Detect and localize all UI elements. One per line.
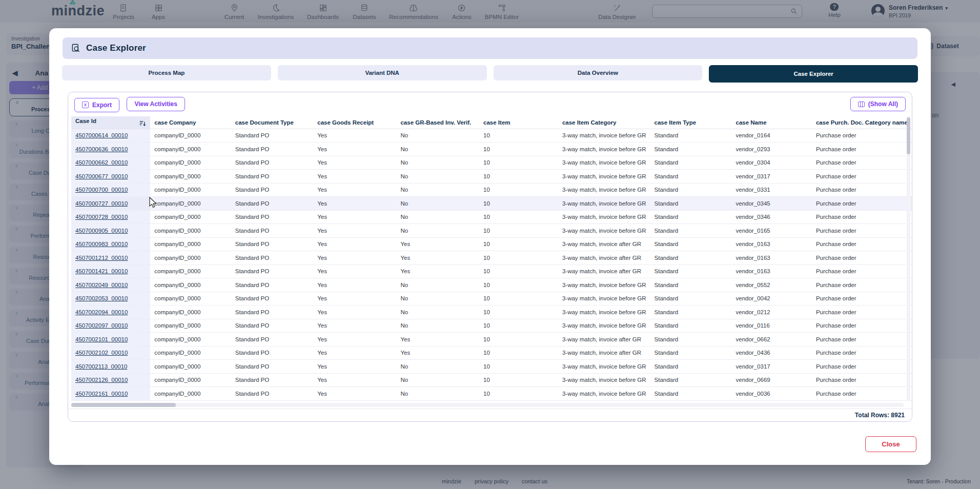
column-header[interactable]: case Document Type (231, 116, 314, 129)
case-id-link[interactable]: 4507002094_00010 (75, 309, 128, 315)
cell: Standard PO (231, 373, 314, 387)
cell: Standard PO (231, 183, 314, 197)
sort-filter-icon[interactable] (139, 120, 146, 127)
table-row[interactable]: 4507002094_00010companyID_0000Standard P… (71, 305, 912, 319)
case-explorer-icon (71, 43, 81, 53)
case-id-link[interactable]: 4507000905_00010 (75, 228, 128, 234)
column-header[interactable]: case Name (732, 116, 812, 129)
cell: Yes (313, 387, 396, 401)
cell: Standard PO (231, 278, 314, 292)
export-button[interactable]: x Export (74, 98, 119, 112)
tab-variant-dna[interactable]: Variant DNA (278, 65, 487, 80)
close-button[interactable]: Close (865, 436, 916, 452)
cell: companyID_0000 (150, 373, 231, 387)
vertical-scrollbar[interactable] (907, 116, 910, 401)
case-id-link[interactable]: 4507001212_00010 (75, 255, 128, 261)
cell: Standard (650, 387, 732, 401)
cell: Yes (396, 346, 479, 360)
case-id-link[interactable]: 4507000614_00010 (75, 132, 128, 138)
cell: vendor_0317 (732, 170, 812, 184)
view-activities-button[interactable]: View Activities (127, 97, 185, 111)
table-row[interactable]: 4507000636_00010companyID_0000Standard P… (71, 142, 912, 156)
tab-case-explorer[interactable]: Case Explorer (709, 65, 918, 83)
table-row[interactable]: 4507000983_00010companyID_0000Standard P… (71, 237, 912, 251)
cell: companyID_0000 (150, 278, 231, 292)
cell: Yes (313, 360, 396, 374)
cell: 4507002161_00010 (71, 387, 150, 401)
cell: 4507002101_00010 (71, 333, 150, 347)
table-row[interactable]: 4507002161_00010companyID_0000Standard P… (71, 387, 912, 401)
cell: vendor_0163 (732, 251, 812, 265)
case-id-link[interactable]: 4507000728_00010 (75, 214, 128, 220)
case-id-link[interactable]: 4507002161_00010 (75, 391, 128, 397)
table-row[interactable]: 4507002126_00010companyID_0000Standard P… (71, 373, 912, 387)
horizontal-scrollbar[interactable] (71, 403, 904, 407)
case-explorer-modal: Case Explorer Process MapVariant DNAData… (49, 28, 931, 465)
cell: 10 (479, 319, 558, 333)
cell: Purchase order (812, 387, 912, 401)
tab-process-map[interactable]: Process Map (62, 65, 271, 80)
cell: 10 (479, 183, 558, 197)
cell: companyID_0000 (150, 346, 231, 360)
case-id-link[interactable]: 4507001421_00010 (75, 268, 128, 274)
table-row[interactable]: 4507000614_00010companyID_0000Standard P… (71, 129, 912, 142)
table-row[interactable]: 4507002097_00010companyID_0000Standard P… (71, 319, 912, 333)
cell: vendor_0669 (732, 373, 812, 387)
cell: Purchase order (812, 333, 912, 347)
cell: 10 (479, 237, 558, 251)
case-id-link[interactable]: 4507002102_00010 (75, 350, 128, 356)
case-id-link[interactable]: 4507000662_00010 (75, 159, 128, 166)
table-row[interactable]: 4507002101_00010companyID_0000Standard P… (71, 333, 912, 347)
table-toolbar: x Export View Activities (Show All) (74, 97, 906, 112)
cell: Standard (650, 292, 732, 305)
column-header[interactable]: case Item Type (650, 116, 732, 129)
case-id-link[interactable]: 4507000636_00010 (75, 146, 128, 152)
column-header[interactable]: case Item Category (558, 116, 650, 129)
columns-icon (858, 101, 865, 107)
cell: Standard (650, 251, 732, 265)
cell: Standard PO (231, 292, 314, 305)
table-row[interactable]: 4507000728_00010companyID_0000Standard P… (71, 210, 912, 224)
case-id-link[interactable]: 4507000727_00010 (75, 200, 128, 207)
cell: 3-way match, invoice after GR (558, 333, 650, 347)
cell: companyID_0000 (150, 333, 231, 347)
case-id-link[interactable]: 4507002053_00010 (75, 295, 128, 301)
case-id-link[interactable]: 4507000677_00010 (75, 173, 128, 179)
excel-icon: x (82, 101, 89, 108)
cell: Purchase order (812, 224, 912, 238)
case-id-link[interactable]: 4507002049_00010 (75, 282, 128, 288)
show-all-button[interactable]: (Show All) (850, 97, 906, 111)
table-row[interactable]: 4507001212_00010companyID_0000Standard P… (71, 251, 912, 265)
table-row[interactable]: 4507000905_00010companyID_0000Standard P… (71, 224, 912, 238)
table-row[interactable]: 4507000700_00010companyID_0000Standard P… (71, 183, 912, 197)
cell: No (396, 224, 479, 238)
table-row[interactable]: 4507002049_00010companyID_0000Standard P… (71, 278, 912, 292)
table-row[interactable]: 4507002113_00010companyID_0000Standard P… (71, 360, 912, 374)
column-header[interactable]: case Company (150, 116, 231, 129)
horizontal-scrollbar-thumb[interactable] (71, 403, 176, 407)
cell: 3-way match, invoice before GR (558, 156, 650, 170)
table-row[interactable]: 4507002053_00010companyID_0000Standard P… (71, 292, 912, 305)
column-header[interactable]: case Item (479, 116, 558, 129)
cell: 3-way match, invoice after GR (558, 346, 650, 360)
cell: No (396, 278, 479, 292)
table-row[interactable]: 4507000727_00010companyID_0000Standard P… (71, 197, 912, 211)
case-id-link[interactable]: 4507002097_00010 (75, 322, 128, 329)
table-row[interactable]: 4507001421_00010companyID_0000Standard P… (71, 264, 912, 278)
case-id-link[interactable]: 4507002101_00010 (75, 336, 128, 342)
vertical-scrollbar-thumb[interactable] (907, 117, 910, 154)
case-id-link[interactable]: 4507002126_00010 (75, 377, 128, 383)
case-id-link[interactable]: 4507002113_00010 (75, 363, 127, 370)
column-header[interactable]: case Purch. Doc. Category name (812, 116, 912, 129)
cell: 4507000727_00010 (71, 197, 150, 211)
tab-data-overview[interactable]: Data Overview (494, 65, 703, 80)
column-header[interactable]: Case Id (71, 116, 150, 129)
cell: Standard PO (231, 264, 314, 278)
column-header[interactable]: case Goods Receipt (313, 116, 396, 129)
table-row[interactable]: 4507002102_00010companyID_0000Standard P… (71, 346, 912, 360)
table-row[interactable]: 4507000662_00010companyID_0000Standard P… (71, 156, 912, 170)
table-row[interactable]: 4507000677_00010companyID_0000Standard P… (71, 170, 912, 184)
case-id-link[interactable]: 4507000983_00010 (75, 241, 128, 247)
column-header[interactable]: case GR-Based Inv. Verif. (396, 116, 479, 129)
case-id-link[interactable]: 4507000700_00010 (75, 187, 128, 193)
